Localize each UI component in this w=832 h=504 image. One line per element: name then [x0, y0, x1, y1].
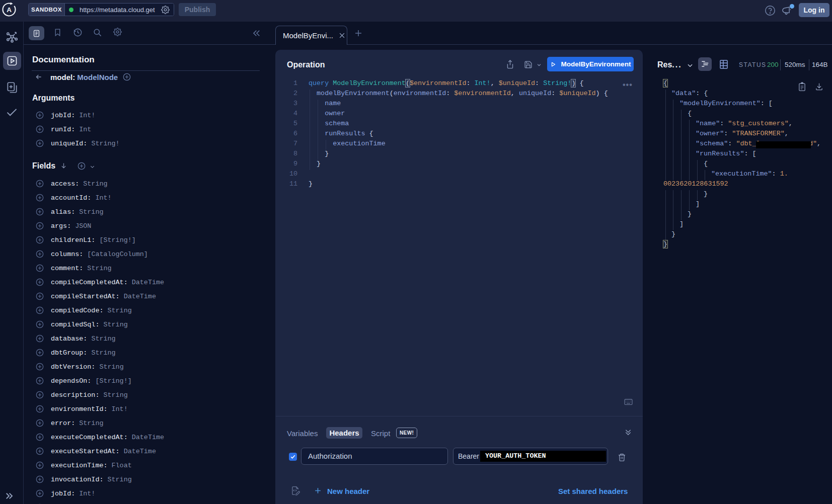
- svg-text:A: A: [7, 6, 12, 14]
